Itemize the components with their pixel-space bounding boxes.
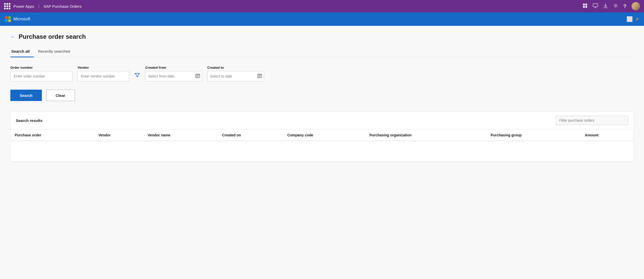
created-from-field: Created from [145,66,202,81]
calendar-to-icon[interactable] [257,73,262,79]
search-form: Order number Vendor Created from [10,66,634,81]
ms-bar-icon-1[interactable]: ⬜ [626,16,633,22]
top-nav: Power Apps | SAP Purchase Orders [0,0,644,12]
calendar-from-icon[interactable] [195,73,200,79]
filter-input-wrapper [556,116,628,125]
button-row: Search Clear [10,90,634,101]
created-to-input[interactable] [210,74,255,78]
search-button[interactable]: Search [10,90,42,101]
table-empty-row [11,141,633,162]
col-vendor: Vendor [94,129,143,141]
empty-cell [11,141,633,162]
top-nav-left: Power Apps | SAP Purchase Orders [4,3,82,9]
download-icon[interactable] [603,3,608,10]
clear-button[interactable]: Clear [46,90,75,101]
apps-grid-icon[interactable] [4,3,10,9]
ms-bar-icon-2[interactable]: ⇗ [635,16,639,22]
col-purchase-order: Purchase order [11,129,94,141]
tab-search-all[interactable]: Search all [10,47,34,57]
app-title: SAP Purchase Orders [43,4,81,9]
nav-divider: | [38,4,39,9]
created-from-input[interactable] [148,74,193,78]
screen-icon[interactable] [593,3,598,9]
svg-rect-4 [593,4,598,7]
ms-bar: Microsoft ⬜ ⇗ [0,12,644,26]
back-button[interactable]: ← [10,34,16,40]
created-from-wrapper [145,71,202,81]
filter-icon[interactable] [134,72,140,79]
filter-orders-input[interactable] [559,118,625,122]
results-section: Search results Purchase order Vendor Ven… [10,111,634,162]
ms-logo-grid [5,16,11,22]
col-vendor-name: Vendor name [143,129,218,141]
page-header: ← Purchase order search [10,33,634,40]
col-amount: Amount [581,129,633,141]
svg-rect-3 [585,6,587,8]
created-from-label: Created from [145,66,202,69]
main-content: ← Purchase order search Search all Recen… [0,26,644,279]
col-purchasing-org: Purchasing organization [365,129,487,141]
app-name: Power Apps [13,4,34,9]
vendor-label: Vendor [78,66,129,69]
order-number-field: Order number [10,66,72,81]
svg-rect-16 [258,74,262,78]
ms-bar-right: ⬜ ⇗ [626,16,639,22]
filter-icon-wrapper [134,72,140,81]
top-nav-right: ? [582,2,640,10]
created-to-label: Created to [207,66,264,69]
puzzle-icon[interactable] [582,3,588,10]
svg-rect-10 [196,74,200,78]
table-header-row: Purchase order Vendor Vendor name Create… [11,129,633,141]
order-number-input[interactable] [10,71,72,81]
page-title: Purchase order search [19,33,86,40]
col-created-on: Created on [218,129,283,141]
vendor-input[interactable] [78,71,129,81]
results-header: Search results [11,112,633,129]
ms-logo[interactable]: Microsoft [5,16,30,22]
tab-recently-searched[interactable]: Recently searched [34,47,74,57]
svg-rect-0 [583,4,585,5]
created-to-field: Created to [207,66,264,81]
results-table: Purchase order Vendor Vendor name Create… [11,129,633,162]
svg-rect-1 [585,4,587,5]
svg-point-9 [615,5,616,6]
order-number-label: Order number [10,66,72,69]
help-icon[interactable]: ? [623,3,626,9]
ms-logo-text: Microsoft [13,17,30,21]
results-title: Search results [16,118,42,123]
created-to-wrapper [207,71,264,81]
vendor-field: Vendor [78,66,129,81]
gear-icon[interactable] [613,3,618,10]
col-company-code: Company code [283,129,365,141]
avatar[interactable] [632,2,640,10]
col-purchasing-group: Purchasing group [487,129,581,141]
tabs-bar: Search all Recently searched [10,47,634,57]
svg-rect-2 [583,6,585,8]
